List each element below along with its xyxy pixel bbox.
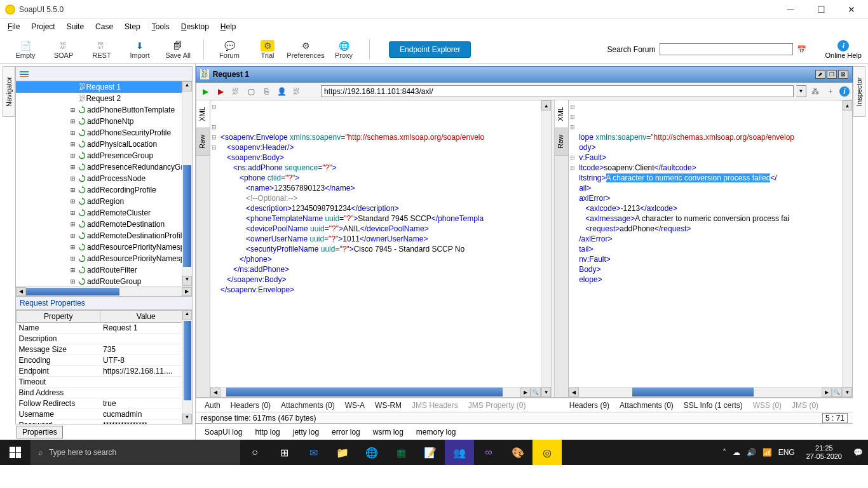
response-xml-viewer[interactable]: ⊟⊟⊟⊟⊟ lope xmlns:soapenv="http://schemas… — [569, 100, 842, 397]
tree-operation-item[interactable]: ⊞addRouteFilter — [16, 264, 192, 276]
menu-help[interactable]: Help — [220, 22, 236, 31]
calendar-icon[interactable]: 📅 — [797, 45, 806, 54]
teams-icon[interactable]: 👥 — [445, 440, 474, 465]
soapui-taskbar-icon[interactable]: ◎ — [532, 440, 562, 465]
toolbar-trial[interactable]: ⚙Trial — [248, 35, 287, 64]
outlook-icon[interactable]: ✉ — [299, 440, 328, 465]
request-raw-tab[interactable]: Raw — [196, 128, 210, 156]
tree-request-item[interactable]: SOAP Request 1 — [16, 81, 192, 93]
toolbar-proxy[interactable]: 🌐Proxy — [325, 35, 363, 64]
toolbar-import[interactable]: ⬇Import — [121, 35, 159, 64]
add-icon[interactable]: ＋ — [824, 85, 837, 98]
toolbar-save-all[interactable]: 🗐Save All — [159, 35, 197, 64]
toolbar-forum[interactable]: 💬Forum — [210, 35, 248, 64]
properties-tab[interactable]: Properties — [17, 426, 63, 438]
editor-tab-header[interactable]: SOAP Request 1 ⬈ ❐ ⊠ — [196, 66, 853, 83]
menu-tools[interactable]: Tools — [152, 22, 170, 31]
start-button[interactable] — [0, 440, 31, 465]
menu-file[interactable]: File — [8, 22, 20, 31]
tray-chevron-icon[interactable]: ˄ — [722, 448, 726, 457]
chrome-icon[interactable]: 🌐 — [357, 440, 386, 465]
editor-window-restore-icon[interactable]: ❐ — [827, 70, 837, 79]
tray-volume-icon[interactable]: 🔊 — [747, 448, 756, 457]
response-bottom-tab[interactable]: JMS (0) — [792, 401, 818, 410]
tray-cloud-icon[interactable]: ☁ — [733, 448, 740, 457]
property-row[interactable]: EncodingUTF-8 — [17, 355, 192, 366]
box-icon[interactable]: ▢ — [245, 85, 257, 98]
editor-window-close-icon[interactable]: ⊠ — [838, 70, 848, 79]
toolbar-rest[interactable]: RESTREST — [83, 35, 121, 64]
response-bottom-tab[interactable]: SSL Info (1 certs) — [684, 401, 743, 410]
list-icon[interactable] — [20, 71, 29, 77]
props-header-property[interactable]: Property — [17, 311, 100, 323]
request-bottom-tab[interactable]: Headers (0) — [231, 401, 271, 410]
tree-operation-item[interactable]: ⊞addRemoteDestinationProfile — [16, 230, 192, 241]
tree-operation-item[interactable]: ⊞addPresenceGroup — [16, 150, 192, 161]
response-bottom-tab[interactable]: Attachments (0) — [620, 401, 674, 410]
tree-operation-item[interactable]: ⊞addRemoteDestination — [16, 219, 192, 230]
inspector-side-tab[interactable]: Inspector — [853, 66, 865, 117]
taskbar-clock[interactable]: 21:2527-05-2020 — [801, 444, 847, 461]
log-tab[interactable]: wsrm log — [373, 428, 403, 437]
tree-operation-item[interactable]: ⊞addRemoteCluster — [16, 207, 192, 219]
taskview-icon[interactable]: ⊞ — [269, 440, 299, 465]
taskbar-search[interactable]: ⌕ Type here to search — [31, 440, 240, 465]
tree-operation-item[interactable]: ⊞addPhoneNtp — [16, 116, 192, 127]
log-tab[interactable]: memory log — [416, 428, 456, 437]
endpoint-explorer-button[interactable]: Endpoint Explorer — [389, 41, 471, 58]
tray-language[interactable]: ENG — [778, 448, 795, 457]
search-forum-input[interactable] — [660, 43, 793, 55]
menu-project[interactable]: Project — [31, 22, 55, 31]
navigator-tree[interactable]: SOAP Request 1SOAP Request 2⊞addPhoneBut… — [15, 81, 193, 297]
online-help-button[interactable]: i Online Help — [825, 40, 862, 59]
request-bottom-tab[interactable]: WS-RM — [375, 401, 402, 410]
request-bottom-tab[interactable]: WS-A — [345, 401, 365, 410]
cortana-icon[interactable]: ○ — [240, 440, 269, 465]
wand-icon[interactable]: ⁂ — [809, 85, 822, 98]
tree-operation-item[interactable]: ⊞addRecordingProfile — [16, 184, 192, 196]
mock-icon[interactable]: ⎘ — [260, 85, 273, 98]
nav-hscroll[interactable]: ◀▶ — [16, 286, 192, 296]
tree-operation-item[interactable]: ⊞addPhoneButtonTemplate — [16, 104, 192, 116]
explorer-icon[interactable]: 📁 — [328, 440, 357, 465]
property-row[interactable]: Timeout — [17, 377, 192, 388]
request-bottom-tab[interactable]: Auth — [205, 401, 220, 410]
request-hscroll[interactable]: ◀▶🔍 — [210, 387, 541, 397]
tree-operation-item[interactable]: ⊞addProcessNode — [16, 173, 192, 184]
property-row[interactable]: Follow Redirectstrue — [17, 398, 192, 409]
menu-step[interactable]: Step — [125, 22, 140, 31]
menu-desktop[interactable]: Desktop — [181, 22, 209, 31]
tree-operation-item[interactable]: ⊞addPhysicalLocation — [16, 139, 192, 150]
toolbar-soap[interactable]: SOAPSOAP — [44, 35, 83, 64]
log-tab[interactable]: http log — [255, 428, 280, 437]
toolbar-empty[interactable]: 📄Empty — [6, 35, 44, 64]
tree-operation-item[interactable]: ⊞addResourcePriorityNamespa — [16, 241, 192, 253]
tree-operation-item[interactable]: ⊞addPhoneSecurityProfile — [16, 127, 192, 139]
response-bottom-tab[interactable]: WSS (0) — [753, 401, 782, 410]
endpoint-url-input[interactable] — [321, 85, 794, 97]
navigator-side-tab[interactable]: Navigator — [3, 66, 15, 117]
request-bottom-tab[interactable]: Attachments (0) — [281, 401, 335, 410]
tree-operation-item[interactable]: ⊞addPresenceRedundancyGro — [16, 161, 192, 173]
request-xml-editor[interactable]: ⊟⊟⊟⊟ <soapenv:Envelope xmlns:soapenv="ht… — [210, 100, 541, 397]
property-row[interactable]: Endpointhttps://192.168.11.... — [17, 366, 192, 377]
props-vscroll[interactable]: ▲ ▼ — [182, 310, 192, 424]
log-tab[interactable]: SoapUI log — [205, 428, 242, 437]
property-row[interactable]: Bind Address — [17, 388, 192, 398]
endpoint-dropdown-button[interactable]: ▼ — [796, 85, 806, 97]
log-tab[interactable]: jetty log — [293, 428, 319, 437]
menu-suite[interactable]: Suite — [67, 22, 84, 31]
toolbar-preferences[interactable]: ⚙Preferences — [287, 35, 325, 64]
response-vscroll[interactable]: ▲▼ — [842, 100, 852, 397]
editor-window-pop-icon[interactable]: ⬈ — [815, 70, 825, 79]
stop-request-button[interactable]: ▶ — [214, 85, 227, 98]
tree-operation-item[interactable]: ⊞addResourcePriorityNamespa — [16, 253, 192, 264]
window-close-button[interactable]: ✕ — [843, 4, 860, 15]
window-minimize-button[interactable]: ─ — [782, 4, 799, 15]
tray-notifications-icon[interactable]: 💬 — [853, 448, 863, 457]
property-row[interactable]: Message Size735 — [17, 344, 192, 355]
person-icon[interactable]: 👤 — [275, 85, 288, 98]
request-bottom-tab[interactable]: JMS Property (0) — [468, 401, 526, 410]
window-maximize-button[interactable]: ☐ — [812, 4, 830, 15]
soap-small-icon[interactable]: SOAP — [290, 85, 303, 98]
